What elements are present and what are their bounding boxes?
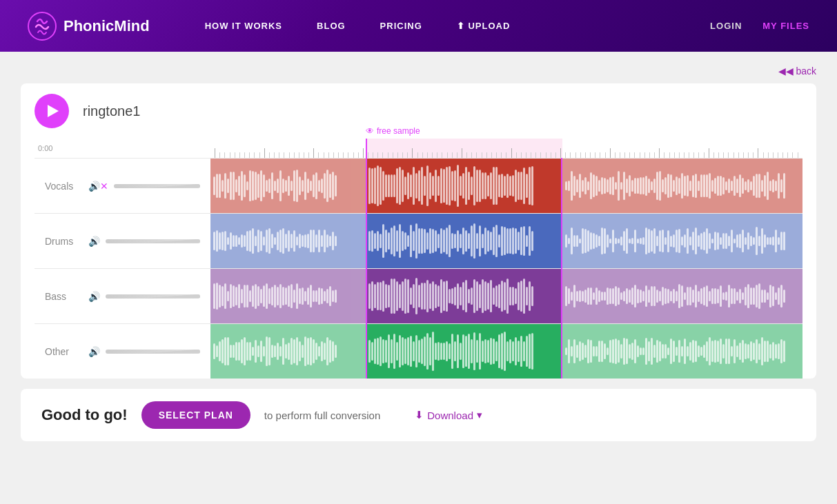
wf-bass-left <box>210 269 366 323</box>
wf-vocals-middle <box>366 159 562 213</box>
wf-drums-left <box>210 214 366 268</box>
volume-icon-other[interactable]: 🔊 <box>88 346 100 357</box>
nav-blog[interactable]: BLOG <box>317 21 346 31</box>
wf-bass-right <box>562 269 802 323</box>
nav-pricing[interactable]: PRICING <box>380 21 422 31</box>
tracks-container: Vocals 🔊✕ <box>35 158 802 379</box>
volume-slider-drums[interactable] <box>106 239 200 243</box>
ruler-ticks <box>210 139 802 158</box>
wf-vocals-right <box>562 159 802 213</box>
volume-icon-drums[interactable]: 🔊 <box>88 236 100 247</box>
volume-slider-bass[interactable] <box>106 294 200 299</box>
track-label-drums: Drums 🔊 <box>35 214 210 268</box>
player-header: ringtone1 <box>35 94 802 128</box>
volume-slider-vocals[interactable] <box>114 184 200 188</box>
track-row-vocals: Vocals 🔊✕ <box>35 158 802 213</box>
track-label-other: Other 🔊 <box>35 324 210 379</box>
logo-icon <box>28 12 57 41</box>
track-name-bass: Bass <box>45 291 83 302</box>
back-link[interactable]: ◀◀ back <box>21 65 816 77</box>
download-button[interactable]: ⬇ Download ▾ <box>415 409 482 421</box>
good-to-go-text: Good to go! <box>41 406 128 424</box>
bottom-bar: Good to go! SELECT PLAN to perform full … <box>21 389 816 441</box>
ruler-playhead <box>366 139 367 158</box>
wf-other-middle <box>366 324 562 379</box>
wf-other-right <box>562 324 802 379</box>
track-name-other: Other <box>45 346 83 357</box>
track-name-vocals: Vocals <box>45 181 83 192</box>
track-row-other: Other 🔊 <box>35 323 802 379</box>
nav-links: HOW IT WORKS BLOG PRICING ⬆ UPLOAD <box>205 21 710 31</box>
player-section: ringtone1 👁 free sample 0:00 <box>21 83 816 379</box>
play-icon <box>48 105 59 117</box>
track-waveform-other <box>210 324 802 379</box>
download-label: Download <box>427 410 473 421</box>
track-waveform-vocals <box>210 159 802 213</box>
song-title: ringtone1 <box>83 103 140 119</box>
nav-login[interactable]: LOGIN <box>710 21 742 31</box>
timeline-container: 👁 free sample 0:00 Vocals 🔊 <box>35 139 802 379</box>
nav-myfiles[interactable]: MY FILES <box>762 21 809 31</box>
wf-drums-right <box>562 214 802 268</box>
wf-other-left <box>210 324 366 379</box>
track-name-drums: Drums <box>45 236 83 247</box>
track-row-drums: Drums 🔊 <box>35 213 802 268</box>
volume-icon-bass[interactable]: 🔊 <box>88 291 100 302</box>
volume-slider-other[interactable] <box>106 350 200 354</box>
time-label: 0:00 <box>38 144 52 152</box>
track-waveform-bass <box>210 269 802 323</box>
select-plan-button[interactable]: SELECT PLAN <box>141 401 250 429</box>
logo-area: PhonicMind <box>28 12 150 41</box>
play-button[interactable] <box>35 94 69 128</box>
nav-how-it-works[interactable]: HOW IT WORKS <box>205 21 282 31</box>
wf-drums-middle <box>366 214 562 268</box>
download-icon: ⬇ <box>415 409 424 421</box>
track-label-vocals: Vocals 🔊✕ <box>35 159 210 213</box>
volume-icon-vocals[interactable]: 🔊✕ <box>88 181 108 192</box>
navbar: PhonicMind HOW IT WORKS BLOG PRICING ⬆ U… <box>0 0 837 52</box>
nav-right: LOGIN MY FILES <box>710 21 809 31</box>
track-label-bass: Bass 🔊 <box>35 269 210 323</box>
content-area: ◀◀ back ringtone1 👁 free sample 0:00 <box>0 52 837 455</box>
free-sample-label: 👁 free sample <box>366 126 420 136</box>
to-perform-text: to perform full conversion <box>264 410 380 421</box>
track-row-bass: Bass 🔊 <box>35 268 802 323</box>
nav-upload[interactable]: ⬆ UPLOAD <box>457 21 511 31</box>
timeline-ruler[interactable]: 0:00 <box>35 139 802 158</box>
wf-bass-middle <box>366 269 562 323</box>
eye-icon: 👁 <box>366 126 374 136</box>
download-chevron: ▾ <box>477 409 482 421</box>
wf-vocals-left <box>210 159 366 213</box>
track-waveform-drums <box>210 214 802 268</box>
logo-text: PhonicMind <box>63 17 150 35</box>
